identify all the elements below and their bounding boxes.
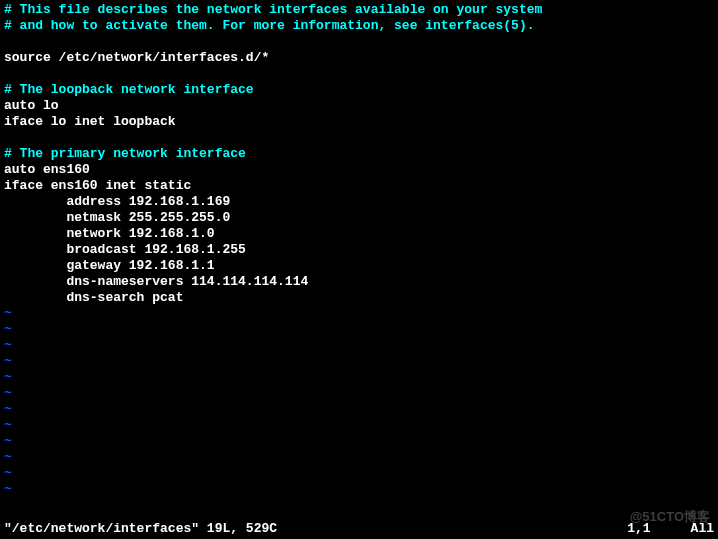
empty-line-tilde: ~ xyxy=(4,338,714,354)
editor-line[interactable]: dns-search pcat xyxy=(4,290,714,306)
empty-line-tilde: ~ xyxy=(4,306,714,322)
status-view: All xyxy=(691,521,714,537)
editor-line[interactable]: iface lo inet loopback xyxy=(4,114,714,130)
empty-line-tilde: ~ xyxy=(4,402,714,418)
editor-line[interactable]: auto lo xyxy=(4,98,714,114)
empty-line-tilde: ~ xyxy=(4,450,714,466)
editor-line[interactable] xyxy=(4,34,714,50)
status-bar: "/etc/network/interfaces" 19L, 529C 1,1 … xyxy=(4,521,714,537)
editor-line[interactable]: iface ens160 inet static xyxy=(4,178,714,194)
editor-content[interactable]: # This file describes the network interf… xyxy=(0,0,718,500)
empty-line-tilde: ~ xyxy=(4,370,714,386)
editor-line[interactable] xyxy=(4,66,714,82)
editor-line[interactable]: # and how to activate them. For more inf… xyxy=(4,18,714,34)
editor-line[interactable]: gateway 192.168.1.1 xyxy=(4,258,714,274)
status-position: 1,1 xyxy=(627,521,650,537)
empty-line-tilde: ~ xyxy=(4,386,714,402)
empty-line-tilde: ~ xyxy=(4,418,714,434)
editor-line[interactable]: netmask 255.255.255.0 xyxy=(4,210,714,226)
editor-line[interactable]: # This file describes the network interf… xyxy=(4,2,714,18)
editor-line[interactable]: # The primary network interface xyxy=(4,146,714,162)
vim-editor[interactable]: # This file describes the network interf… xyxy=(0,0,718,539)
editor-line[interactable]: dns-nameservers 114.114.114.114 xyxy=(4,274,714,290)
empty-line-tilde: ~ xyxy=(4,434,714,450)
editor-line[interactable]: address 192.168.1.169 xyxy=(4,194,714,210)
empty-line-tilde: ~ xyxy=(4,354,714,370)
status-filename: "/etc/network/interfaces" 19L, 529C xyxy=(4,521,277,537)
editor-line[interactable]: auto ens160 xyxy=(4,162,714,178)
empty-line-tilde: ~ xyxy=(4,466,714,482)
empty-line-tilde: ~ xyxy=(4,482,714,498)
editor-line[interactable]: source /etc/network/interfaces.d/* xyxy=(4,50,714,66)
empty-line-tilde: ~ xyxy=(4,322,714,338)
editor-line[interactable] xyxy=(4,130,714,146)
editor-line[interactable]: broadcast 192.168.1.255 xyxy=(4,242,714,258)
editor-line[interactable]: # The loopback network interface xyxy=(4,82,714,98)
editor-line[interactable]: network 192.168.1.0 xyxy=(4,226,714,242)
